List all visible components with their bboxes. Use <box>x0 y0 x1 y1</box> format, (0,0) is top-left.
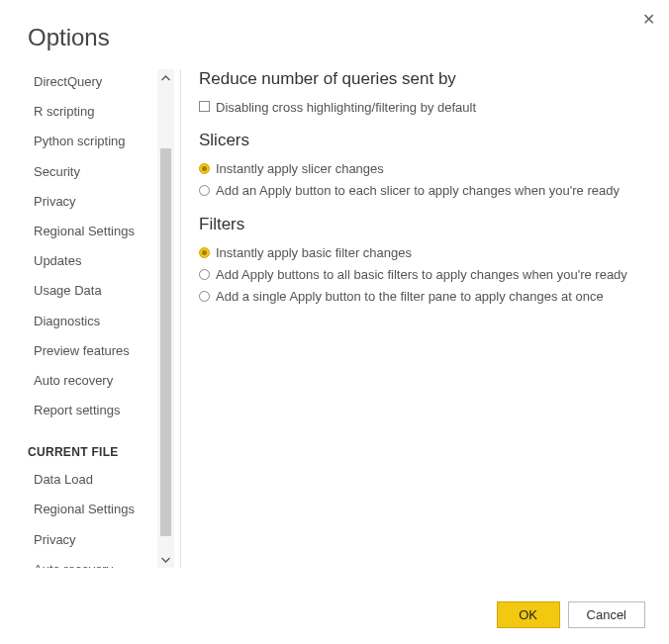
sidebar-scrollbar[interactable] <box>157 69 174 568</box>
sidebar-item-directquery[interactable]: DirectQuery <box>28 69 156 95</box>
heading-reduce-queries: Reduce number of queries sent by <box>199 69 641 89</box>
sidebar-item-report-settings[interactable]: Report settings <box>28 398 156 423</box>
vertical-divider <box>180 69 181 568</box>
label-filter-instant: Instantly apply basic filter changes <box>216 244 412 262</box>
sidebar-item-data-load[interactable]: Data Load <box>28 467 156 493</box>
cancel-button[interactable]: Cancel <box>568 601 645 628</box>
sidebar-item-privacy[interactable]: Privacy <box>28 189 156 215</box>
scroll-thumb[interactable] <box>160 148 171 536</box>
radio-filter-instant[interactable] <box>199 247 210 258</box>
sidebar: DirectQuery R scripting Python scripting… <box>28 69 174 568</box>
dialog-title: Options <box>0 0 669 69</box>
checkbox-disable-cross-highlight[interactable] <box>199 101 210 112</box>
sidebar-item-auto-recovery[interactable]: Auto recovery <box>28 368 156 394</box>
sidebar-item-preview-features[interactable]: Preview features <box>28 338 156 364</box>
scroll-down-icon[interactable] <box>157 551 174 568</box>
radio-filter-apply-buttons[interactable] <box>199 269 210 280</box>
radio-filter-single-apply[interactable] <box>199 291 210 302</box>
sidebar-item-regional-settings[interactable]: Regional Settings <box>28 219 156 244</box>
sidebar-item-updates[interactable]: Updates <box>28 248 156 274</box>
sidebar-item-privacy-file[interactable]: Privacy <box>28 527 156 553</box>
sidebar-item-auto-recovery-file[interactable]: Auto recovery <box>28 557 156 568</box>
label-disable-cross-highlight: Disabling cross highlighting/filtering b… <box>216 99 476 117</box>
label-slicer-instant: Instantly apply slicer changes <box>216 160 384 178</box>
sidebar-item-r-scripting[interactable]: R scripting <box>28 99 156 125</box>
label-slicer-apply-button: Add an Apply button to each slicer to ap… <box>216 182 620 200</box>
dialog-footer: OK Cancel <box>497 601 645 628</box>
close-icon[interactable]: ✕ <box>642 10 655 29</box>
sidebar-item-diagnostics[interactable]: Diagnostics <box>28 309 156 334</box>
radio-slicer-instant[interactable] <box>199 163 210 174</box>
heading-slicers: Slicers <box>199 131 641 150</box>
sidebar-section-current-file: CURRENT FILE <box>28 427 156 467</box>
main-panel: Reduce number of queries sent by Disabli… <box>199 69 669 568</box>
sidebar-item-usage-data[interactable]: Usage Data <box>28 278 156 304</box>
sidebar-item-regional-settings-file[interactable]: Regional Settings <box>28 497 156 522</box>
ok-button[interactable]: OK <box>497 601 560 628</box>
radio-slicer-apply-button[interactable] <box>199 185 210 196</box>
label-filter-single-apply: Add a single Apply button to the filter … <box>216 288 604 306</box>
sidebar-item-security[interactable]: Security <box>28 159 156 185</box>
label-filter-apply-buttons: Add Apply buttons to all basic filters t… <box>216 266 627 284</box>
heading-filters: Filters <box>199 215 641 234</box>
sidebar-item-python-scripting[interactable]: Python scripting <box>28 129 156 154</box>
scroll-up-icon[interactable] <box>157 69 174 86</box>
